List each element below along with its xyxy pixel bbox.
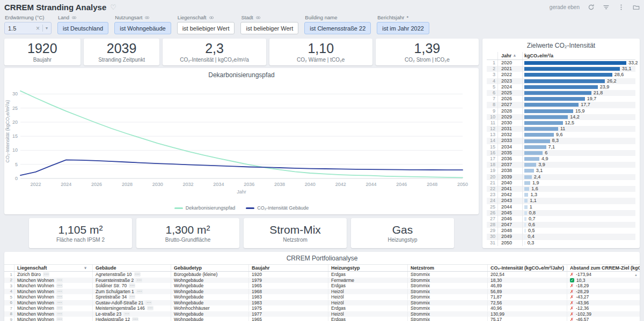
drill-menu-icon[interactable]: ⋯ <box>56 312 63 316</box>
filter-stadt: Stadtist beliebiger Wert <box>240 14 298 34</box>
drill-menu-icon[interactable]: ⋯ <box>129 283 135 288</box>
cell-crrem-gap: ✗-46,57 <box>567 317 640 321</box>
cell-text: 1979 <box>252 278 262 283</box>
divider <box>42 25 43 32</box>
legend-item[interactable]: CO₂-Intensität Gebäude <box>246 205 309 211</box>
target-year: 2050 <box>497 240 522 246</box>
row-index: 7 <box>4 306 14 311</box>
column-header[interactable]: Gebäude <box>92 265 171 271</box>
drill-menu-icon[interactable]: ⋯ <box>56 295 63 299</box>
drill-menu-icon[interactable]: ⋯ <box>56 306 63 310</box>
cell-co2-intensity: 40,96 <box>487 305 567 311</box>
folder-icon[interactable] <box>633 4 640 11</box>
filter-stadt-button[interactable]: ist beliebiger Wert <box>240 22 298 34</box>
drill-menu-icon[interactable]: ⋯ <box>147 306 153 310</box>
column-header[interactable]: Baujahr <box>248 265 328 271</box>
drill-menu-icon[interactable]: ⋯ <box>56 278 63 282</box>
row-index: 16 <box>487 150 497 156</box>
link-icon <box>209 16 214 20</box>
cell-text: Wohngebäude <box>174 300 203 305</box>
refresh-icon[interactable] <box>588 4 595 11</box>
drill-menu-icon[interactable]: ⋯ <box>56 289 63 294</box>
targets-table-body: 1202033,22202131,13202228,64202326,25202… <box>487 60 635 246</box>
filter-icon[interactable] <box>603 4 610 11</box>
target-bar <box>524 163 536 167</box>
target-value: 0,6 <box>528 222 535 228</box>
favorite-heart-icon[interactable]: ♡ <box>110 4 116 11</box>
target-bar <box>524 151 543 155</box>
target-value: 12,5 <box>565 120 575 126</box>
drill-menu-icon[interactable]: ⋯ <box>123 312 130 316</box>
target-bar-cell: 14,2 <box>522 114 635 120</box>
pass-check-icon: ✓ <box>570 278 574 282</box>
target-value: 31,1 <box>622 66 632 72</box>
column-header[interactable]: Liegenschaft∨ <box>14 265 92 271</box>
year-column-header[interactable]: Jahr∧ <box>497 52 522 59</box>
cell-text: Heizöl <box>331 294 344 300</box>
column-header-label: CO₂-Intensität (kgCO₂e/m²/Jahr) <box>491 265 564 271</box>
cell-baujahr: 1977 <box>248 311 328 317</box>
filter-erdwaermung-select[interactable]: 1.5×▾ <box>4 22 52 34</box>
drill-menu-icon[interactable]: ⋯ <box>56 301 63 305</box>
drill-menu-icon[interactable]: ⋯ <box>145 301 152 305</box>
cell-gebaeudetyp: Wohngebäude <box>171 294 248 300</box>
drill-menu-icon[interactable]: ⋯ <box>43 272 49 277</box>
last-updated: gerade eben <box>550 4 580 10</box>
row-index: 22 <box>487 186 497 192</box>
filter-nutzungsart-button[interactable]: ist Wohngebäude <box>114 22 171 34</box>
tile-label: Netzstrom <box>283 237 308 243</box>
value-column-header[interactable]: kgCO₂e/m²/a <box>522 52 635 59</box>
filter-liegenschaft-button[interactable]: ist beliebiger Wert <box>177 22 235 34</box>
drill-menu-icon[interactable]: ⋯ <box>134 272 141 277</box>
tile-label: Fläche nach IPSM 2 <box>56 237 105 243</box>
column-header[interactable]: Netzstrom <box>407 265 487 271</box>
caret-down-icon[interactable]: ▾ <box>46 26 48 31</box>
row-index: 6 <box>4 300 14 305</box>
cell-netzstrom: Strommix <box>407 317 487 321</box>
target-value: 8,3 <box>552 138 559 144</box>
target-bar-cell: 3,9 <box>522 162 635 168</box>
filter-berichtsjahr-button[interactable]: ist im Jahr 2022 <box>377 22 429 34</box>
scroll-up-arrow[interactable]: ▲ <box>634 273 638 277</box>
bottom-tile: 1,105 m²Fläche nach IPSM 2 <box>29 218 132 248</box>
cell-baujahr: 1968 <box>248 289 328 294</box>
target-bar <box>524 121 563 125</box>
column-header[interactable]: Gebäudetyp <box>171 265 248 271</box>
legend-item[interactable]: Dekarbonisierungspfad <box>174 205 236 211</box>
filter-land-button[interactable]: ist Deutschland <box>57 22 108 34</box>
target-year: 2033 <box>497 138 522 144</box>
filter-label: Stadt <box>240 14 298 20</box>
fail-x-icon: ✗ <box>570 317 574 321</box>
column-header[interactable]: Abstand zum CRREM-Ziel (kgCO₂e/m²/Jahr) <box>567 265 640 271</box>
target-row: 7202619,7 <box>487 96 635 102</box>
sort-desc-icon[interactable]: ∨ <box>84 266 87 270</box>
cell-text: Strommix <box>411 272 430 277</box>
cell-heizungstyp: Erdgas <box>328 305 407 311</box>
clear-icon[interactable]: × <box>36 25 40 32</box>
row-index: 12 <box>487 126 497 132</box>
cell-text: 1975 <box>252 305 262 311</box>
kebab-menu-icon[interactable] <box>618 4 625 11</box>
column-header[interactable]: CO₂-Intensität (kgCO₂e/m²/Jahr) <box>487 265 567 271</box>
target-bar-cell: 0,5 <box>522 228 635 234</box>
target-year: 2040 <box>497 180 522 186</box>
column-header[interactable]: Heizungstyp <box>328 265 407 271</box>
target-bar-cell: 0,6 <box>522 222 635 228</box>
drill-menu-icon[interactable]: ⋯ <box>136 289 143 294</box>
cell-text: 1968 <box>252 289 262 294</box>
target-bar <box>524 67 620 71</box>
cell-text: München Wohnen <box>17 294 54 300</box>
drill-menu-icon[interactable]: ⋯ <box>56 283 63 288</box>
cell-netzstrom: Strommix <box>407 311 487 317</box>
drill-menu-icon[interactable]: ⋯ <box>56 317 63 321</box>
sort-asc-icon[interactable]: ∧ <box>513 54 516 58</box>
target-row: 2320421,3 <box>487 192 635 198</box>
filter-building-name-button[interactable]: ist Clemensstraße 22 <box>304 22 371 34</box>
drill-menu-icon[interactable]: ⋯ <box>136 278 142 282</box>
row-index: 30 <box>487 234 497 240</box>
drill-menu-icon[interactable]: ⋯ <box>129 295 135 299</box>
target-year: 2027 <box>497 102 522 108</box>
filter-land: Landist Deutschland <box>57 14 108 34</box>
drill-menu-icon[interactable]: ⋯ <box>132 317 138 321</box>
cell-liegenschaft: Zürich Büro⋯ <box>14 272 92 277</box>
